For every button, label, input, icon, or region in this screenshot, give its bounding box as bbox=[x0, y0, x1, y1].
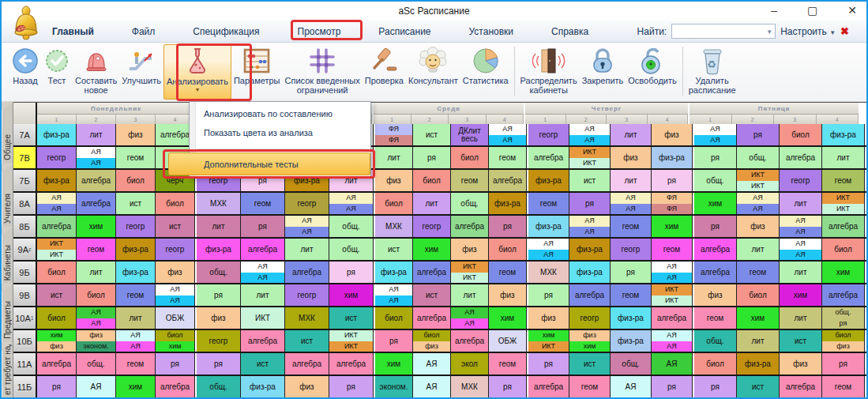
timetable-cell[interactable]: АЯАЯ bbox=[241, 262, 285, 283]
timetable-cell[interactable]: ист bbox=[116, 193, 156, 214]
timetable-cell[interactable]: алгебра bbox=[451, 216, 489, 237]
timetable-cell[interactable]: МХК bbox=[451, 376, 489, 397]
timetable-cell[interactable]: геогр bbox=[156, 239, 195, 260]
timetable-cell[interactable]: геогр bbox=[780, 170, 822, 191]
menu-item-1[interactable]: Главный bbox=[47, 24, 99, 40]
timetable-cell[interactable]: лит bbox=[780, 193, 822, 214]
timetable-cell[interactable]: физ-ра bbox=[37, 124, 77, 145]
timetable-cell[interactable]: физ-ра bbox=[37, 170, 77, 191]
minimize-button[interactable]: – bbox=[771, 3, 777, 17]
timetable-cell[interactable]: биол bbox=[37, 307, 77, 329]
toolbar-button-consultant[interactable]: Консультант bbox=[406, 44, 460, 100]
timetable-cell[interactable]: физ bbox=[489, 284, 527, 306]
class-label-8А[interactable]: 8А bbox=[13, 193, 37, 214]
timetable-cell[interactable]: физ bbox=[737, 216, 780, 237]
timetable-cell[interactable]: ря bbox=[611, 262, 652, 283]
toolbar-button-door[interactable]: Распределить кабинеты bbox=[518, 44, 580, 100]
class-label-9Б[interactable]: 9Б bbox=[13, 262, 37, 283]
timetable-cell[interactable]: МХК bbox=[285, 307, 329, 329]
timetable-cell[interactable]: хим bbox=[780, 284, 822, 306]
timetable-cell[interactable]: общ. bbox=[329, 239, 374, 260]
timetable-cell[interactable]: ря bbox=[413, 147, 451, 168]
timetable-cell[interactable]: хим bbox=[116, 376, 156, 397]
timetable-cell[interactable]: хим bbox=[329, 284, 374, 306]
timetable-cell[interactable]: ря bbox=[197, 353, 241, 375]
timetable-cell[interactable]: МХК bbox=[528, 262, 569, 283]
timetable-cell[interactable]: геом bbox=[451, 170, 489, 191]
timetable-cell[interactable]: хим bbox=[489, 307, 527, 329]
timetable-cell[interactable]: АЯАЯ bbox=[116, 330, 156, 352]
timetable-cell[interactable]: ист bbox=[569, 353, 611, 375]
timetable-cell[interactable]: биолхим bbox=[156, 330, 195, 352]
timetable-cell[interactable]: лит bbox=[737, 330, 780, 352]
timetable-cell[interactable]: ИКТИКТ bbox=[737, 170, 780, 191]
timetable-cell[interactable]: лит bbox=[77, 124, 116, 145]
timetable-cell[interactable]: биол bbox=[156, 193, 195, 214]
timetable-cell[interactable]: физ bbox=[652, 124, 693, 145]
timetable-cell[interactable]: ист bbox=[569, 170, 611, 191]
timetable-cell[interactable]: физ-ра bbox=[822, 124, 865, 145]
timetable-cell[interactable]: АЯАЯ bbox=[694, 124, 737, 145]
timetable-cell[interactable]: ОБЖ bbox=[156, 307, 195, 329]
timetable-cell[interactable]: АЯАЯ bbox=[569, 216, 611, 237]
timetable-cell[interactable]: физ bbox=[197, 307, 241, 329]
timetable-cell[interactable]: ря bbox=[694, 147, 737, 168]
timetable-cell[interactable]: алгебра bbox=[652, 307, 693, 329]
timetable-cell[interactable]: общ. bbox=[197, 376, 241, 397]
timetable-cell[interactable]: биол bbox=[413, 170, 451, 191]
maximize-button[interactable]: ▢ bbox=[807, 3, 817, 17]
class-label-7В[interactable]: 7В bbox=[13, 147, 37, 168]
timetable-cell[interactable]: хим bbox=[822, 262, 865, 283]
toolbar-button-back[interactable]: Назад bbox=[9, 44, 41, 100]
timetable-cell[interactable]: ря bbox=[569, 193, 611, 214]
ribbon-close-icon[interactable]: ✖ bbox=[840, 25, 849, 37]
timetable-cell[interactable]: АЯАЯ bbox=[569, 124, 611, 145]
timetable-cell[interactable]: ФЯФЯ bbox=[375, 124, 413, 145]
toolbar-button-flask[interactable]: Анализировать▼ bbox=[163, 44, 231, 100]
timetable-cell[interactable]: геогр bbox=[569, 307, 611, 329]
timetable-cell[interactable]: геом bbox=[116, 353, 156, 375]
timetable-cell[interactable]: геом bbox=[822, 376, 865, 397]
timetable-cell[interactable]: хим bbox=[694, 193, 737, 214]
timetable-cell[interactable]: геом bbox=[569, 376, 611, 397]
timetable-cell[interactable]: АЯ bbox=[413, 376, 451, 397]
timetable-cell[interactable]: биол bbox=[451, 147, 489, 168]
timetable-cell[interactable]: ист bbox=[413, 284, 451, 306]
timetable-cell[interactable]: АЯАЯ bbox=[329, 193, 374, 214]
timetable-cell[interactable]: ря bbox=[329, 376, 374, 397]
timetable-cell[interactable]: ист bbox=[780, 330, 822, 352]
toolbar-button-siren[interactable]: Составить новое bbox=[73, 44, 119, 100]
timetable-cell[interactable]: алгебра bbox=[77, 170, 116, 191]
toolbar-button-unlock[interactable]: Освободить bbox=[626, 44, 678, 100]
timetable-cell[interactable]: геом bbox=[241, 193, 285, 214]
timetable-cell[interactable]: геом bbox=[489, 353, 527, 375]
timetable-cell[interactable]: ист bbox=[329, 307, 374, 329]
close-button[interactable]: ✕ bbox=[847, 3, 857, 17]
timetable-cell[interactable]: общ. bbox=[611, 353, 652, 375]
toolbar-button-lock[interactable]: Закрепить bbox=[580, 44, 626, 100]
timetable-cell[interactable]: общ.ря bbox=[822, 307, 865, 329]
timetable-cell[interactable]: геогр bbox=[528, 124, 569, 145]
timetable-cell[interactable]: биол bbox=[116, 170, 156, 191]
timetable-cell[interactable]: лит bbox=[611, 170, 652, 191]
timetable-cell[interactable]: ря bbox=[528, 353, 569, 375]
timetable-cell[interactable]: МХК bbox=[197, 193, 241, 214]
customize-button[interactable]: Настроить ▼ bbox=[780, 26, 836, 37]
timetable-cell[interactable]: ря bbox=[241, 216, 285, 237]
timetable-cell[interactable]: биолфиз bbox=[822, 330, 865, 352]
timetable-cell[interactable]: лит bbox=[197, 216, 241, 237]
timetable-cell[interactable]: лит bbox=[413, 193, 451, 214]
sidebar-tab-2[interactable]: Учителя bbox=[2, 164, 13, 227]
menu-item-6[interactable]: Установки bbox=[464, 24, 518, 40]
menu-item-show-analysis-colors[interactable]: Показать цвета из анализа bbox=[204, 128, 313, 137]
sidebar-tab-5[interactable]: ет требует надсмотра bbox=[2, 342, 13, 398]
timetable-cell[interactable]: экол bbox=[451, 353, 489, 375]
timetable-cell[interactable]: ря bbox=[329, 262, 374, 283]
timetable-cell[interactable]: АЯАЯ bbox=[652, 262, 693, 283]
timetable-cell[interactable]: ИКТИКТ bbox=[652, 284, 693, 306]
timetable-cell[interactable]: лит bbox=[116, 307, 156, 329]
timetable-cell[interactable]: физ bbox=[451, 239, 489, 260]
timetable-cell[interactable]: лит bbox=[451, 284, 489, 306]
timetable-cell[interactable]: лит bbox=[241, 284, 285, 306]
menu-item-4[interactable]: Просмотр bbox=[293, 24, 346, 40]
